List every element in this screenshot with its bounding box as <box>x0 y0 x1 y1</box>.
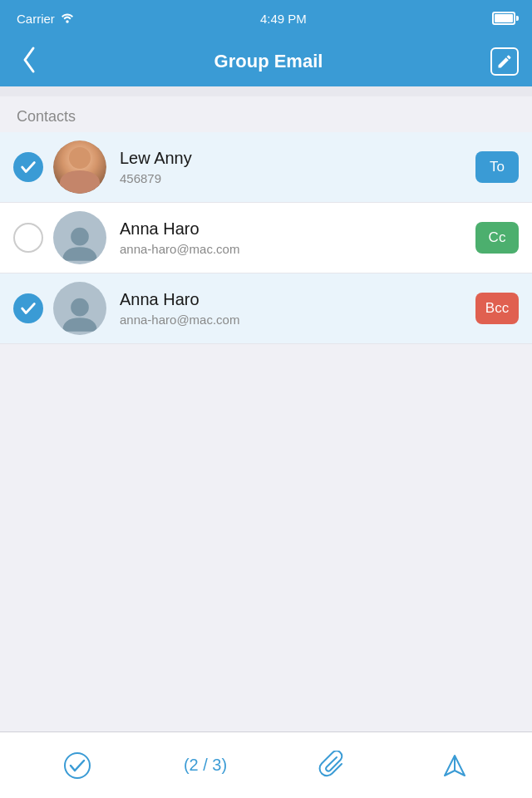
status-bar: Carrier 4:49 PM <box>0 0 532 37</box>
contact-detail: 456879 <box>120 171 475 185</box>
section-header: Contacts <box>0 96 532 132</box>
battery-icon <box>492 12 515 25</box>
checkbox-anna-cc[interactable] <box>13 223 43 253</box>
page-title: Group Email <box>214 51 323 72</box>
avatar-lew-anny <box>53 140 106 194</box>
tag-to-badge[interactable]: To <box>475 151 519 183</box>
contact-detail: anna-haro@mac.com <box>120 313 475 327</box>
contact-name: Anna Haro <box>120 219 475 239</box>
selection-count: (2 / 3) <box>184 756 227 775</box>
contact-info-anna-cc: Anna Haro anna-haro@mac.com <box>120 219 475 256</box>
contact-info-lew-anny: Lew Anny 456879 <box>120 149 475 185</box>
tag-bcc-badge[interactable]: Bcc <box>475 293 519 324</box>
contact-info-anna-bcc: Anna Haro anna-haro@mac.com <box>120 290 475 327</box>
contact-name: Anna Haro <box>120 290 475 309</box>
contact-name: Lew Anny <box>120 149 475 168</box>
bottom-toolbar: (2 / 3) <box>0 732 532 798</box>
send-button[interactable] <box>440 751 470 781</box>
checkbox-anna-bcc[interactable] <box>13 293 43 323</box>
compose-button[interactable] <box>490 47 519 76</box>
svg-point-3 <box>65 753 90 778</box>
avatar-anna-cc <box>53 211 106 264</box>
check-all-button[interactable] <box>62 751 92 781</box>
wifi-icon <box>60 12 75 26</box>
svg-point-0 <box>66 20 69 23</box>
nav-separator <box>0 86 532 96</box>
time-label: 4:49 PM <box>260 12 307 26</box>
svg-point-1 <box>71 228 89 246</box>
carrier-wifi: Carrier <box>17 12 75 26</box>
contact-item-lew-anny[interactable]: Lew Anny 456879 To <box>0 132 532 203</box>
checkbox-lew-anny[interactable] <box>13 152 43 182</box>
carrier-label: Carrier <box>17 12 55 26</box>
back-button[interactable] <box>13 45 47 79</box>
avatar-anna-bcc <box>53 282 106 335</box>
contact-list: Lew Anny 456879 To Anna Haro anna-haro@m… <box>0 132 532 344</box>
contact-detail: anna-haro@mac.com <box>120 242 475 256</box>
count-label: (2 / 3) <box>184 756 227 775</box>
attach-button[interactable] <box>318 751 348 781</box>
contact-item-anna-bcc[interactable]: Anna Haro anna-haro@mac.com Bcc <box>0 273 532 344</box>
contact-item-anna-cc[interactable]: Anna Haro anna-haro@mac.com Cc <box>0 203 532 273</box>
nav-bar: Group Email <box>0 37 532 86</box>
svg-point-2 <box>71 298 89 317</box>
tag-cc-badge[interactable]: Cc <box>475 222 519 254</box>
